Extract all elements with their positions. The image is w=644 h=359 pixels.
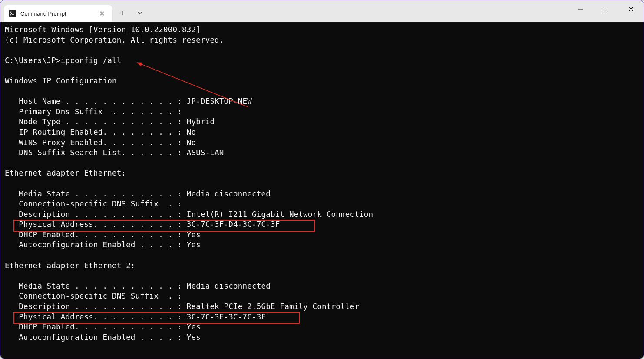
os-header-line1: Microsoft Windows [Version 10.0.22000.83… — [5, 25, 201, 34]
section-ethernet-1: Ethernet adapter Ethernet: — [5, 169, 126, 177]
ip-routing-label: IP Routing Enabled. . . . . . . . : — [5, 128, 187, 136]
eth2-media-state-label: Media State . . . . . . . . . . . : — [5, 282, 187, 290]
eth2-autoconf-value: Yes — [187, 333, 201, 342]
eth1-autoconf-label: Autoconfiguration Enabled . . . . : — [5, 240, 187, 249]
primary-dns-suffix-label: Primary Dns Suffix . . . . . . . : — [5, 107, 182, 116]
eth2-autoconf-label: Autoconfiguration Enabled . . . . : — [5, 333, 187, 342]
eth1-description-label: Description . . . . . . . . . . . : — [5, 210, 187, 219]
node-type-value: Hybrid — [187, 117, 215, 126]
eth2-dhcp-label: DHCP Enabled. . . . . . . . . . . : — [5, 322, 187, 331]
eth1-physical-address-value: 3C-7C-3F-D4-3C-7C-3F — [187, 220, 280, 229]
tab-command-prompt[interactable]: Command Prompt — [4, 5, 112, 22]
section-ethernet-2: Ethernet adapter Ethernet 2: — [5, 261, 135, 270]
eth2-media-state-value: Media disconnected — [187, 282, 271, 290]
eth2-physical-address-label: Physical Address. . . . . . . . . : — [5, 312, 187, 321]
dns-suffix-list-value: ASUS-LAN — [187, 148, 224, 157]
eth2-dhcp-value: Yes — [187, 322, 201, 331]
eth1-autoconf-value: Yes — [187, 240, 201, 249]
section-ip-configuration: Windows IP Configuration — [5, 76, 117, 85]
svg-rect-3 — [604, 7, 608, 11]
ip-routing-value: No — [187, 128, 196, 136]
tab-title: Command Prompt — [20, 10, 98, 17]
tab-close-button[interactable] — [98, 9, 106, 18]
new-tab-button[interactable] — [115, 6, 130, 20]
close-window-button[interactable] — [618, 0, 644, 18]
maximize-button[interactable] — [593, 0, 618, 18]
eth1-description-value: Intel(R) I211 Gigabit Network Connection — [187, 210, 373, 219]
terminal-output[interactable]: Microsoft Windows [Version 10.0.22000.83… — [0, 22, 644, 359]
eth2-description-label: Description . . . . . . . . . . . : — [5, 302, 187, 311]
window-controls — [568, 0, 644, 22]
eth1-dhcp-label: DHCP Enabled. . . . . . . . . . . : — [5, 230, 187, 239]
wins-proxy-label: WINS Proxy Enabled. . . . . . . . : — [5, 138, 187, 147]
tab-dropdown-button[interactable] — [132, 6, 147, 20]
eth1-media-state-label: Media State . . . . . . . . . . . : — [5, 189, 187, 198]
prompt: C:\Users\JP> — [5, 56, 61, 65]
svg-rect-0 — [9, 10, 16, 17]
eth2-physical-address-value: 3C-7C-3F-3C-7C-3F — [187, 312, 266, 321]
os-header-line2: (c) Microsoft Corporation. All rights re… — [5, 36, 224, 44]
eth1-conn-dns-label: Connection-specific DNS Suffix . : — [5, 199, 182, 208]
eth2-description-value: Realtek PCIe 2.5GbE Family Controller — [187, 302, 359, 311]
command-prompt-icon — [9, 10, 16, 17]
eth1-media-state-value: Media disconnected — [187, 189, 271, 198]
eth1-physical-address-label: Physical Address. . . . . . . . . : — [5, 220, 187, 229]
command-text: ipconfig /all — [61, 56, 122, 65]
dns-suffix-list-label: DNS Suffix Search List. . . . . . : — [5, 148, 187, 157]
wins-proxy-value: No — [187, 138, 196, 147]
minimize-button[interactable] — [568, 0, 593, 18]
host-name-label: Host Name . . . . . . . . . . . . : — [5, 97, 187, 106]
terminal-window: Command Prompt Microsoft Windows [Versio… — [0, 0, 644, 359]
node-type-label: Node Type . . . . . . . . . . . . : — [5, 117, 187, 126]
host-name-value: JP-DESKTOP-NEW — [187, 97, 252, 106]
eth1-dhcp-value: Yes — [187, 230, 201, 239]
eth2-conn-dns-label: Connection-specific DNS Suffix . : — [5, 292, 182, 300]
titlebar: Command Prompt — [0, 0, 644, 22]
